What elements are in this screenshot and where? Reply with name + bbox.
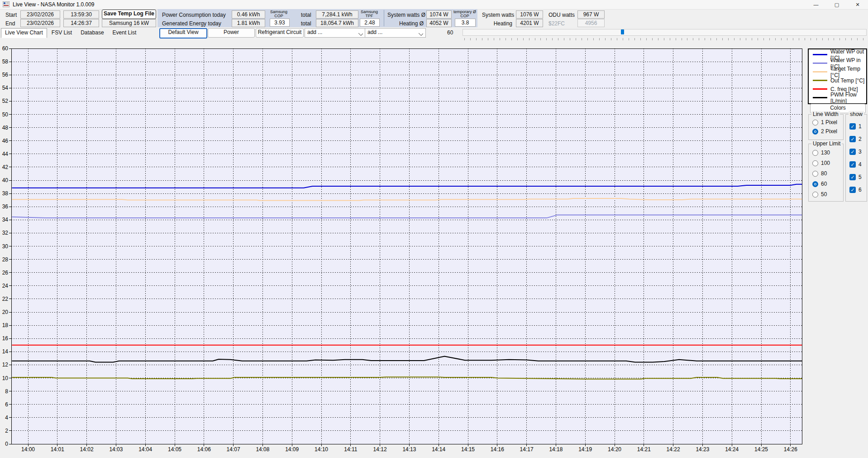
tab-database[interactable]: Database [76,28,108,38]
minimize-button[interactable]: — [806,0,826,9]
x-tick-label: 14:15 [461,446,475,453]
samsung-cop-header: Samsung COP [268,10,290,18]
checkbox-icon[interactable]: ✓ [849,123,856,130]
checkbox-icon[interactable]: ✓ [849,149,856,155]
y-tick-label: 48 [2,125,9,131]
save-temp-log-button[interactable]: Save Temp Log File [102,10,156,19]
power-button[interactable]: Power [208,28,255,38]
x-tick-label: 14:00 [21,446,35,453]
power-consumption-label: Power Consumption today [162,12,226,18]
legend-line-swatch [813,63,827,64]
start-time-field[interactable]: 13:59:30 [63,10,99,19]
y-tick-label: 36 [2,203,9,210]
y-tick-label: 28 [2,256,9,263]
y-tick-label: 56 [2,72,9,78]
radio-upper-limit-100[interactable]: 100 [812,160,830,166]
checkbox-icon[interactable]: ✓ [849,161,856,168]
radio-icon[interactable] [812,181,818,187]
y-tick-label: 4 [5,415,8,421]
radio-upper-limit-80[interactable]: 80 [812,170,827,177]
odu-watts-value: 967 W [577,10,605,19]
y-tick-label: 46 [2,138,9,144]
tab-event-list[interactable]: Event List [109,28,141,38]
add-series-combo-1[interactable]: add ... [305,28,366,38]
checkbox-show-3[interactable]: ✓3 [849,149,862,155]
y-tick-label: 52 [2,98,9,104]
generated-energy-value: 1.81 kWh [232,19,265,27]
x-tick-label: 14:21 [637,446,651,453]
series-out-temp-c [12,377,802,379]
checkbox-icon[interactable]: ✓ [849,136,856,142]
checkbox-show-6[interactable]: ✓6 [849,187,862,193]
radio-icon[interactable] [812,150,818,156]
titlebar: Live View - NASA Monitor 1.0.009 — ▢ ✕ [0,0,868,10]
end-label: End [5,20,15,27]
series-water-wp-out-c [12,184,802,188]
stats-panel-divider [384,10,384,26]
radio-icon[interactable] [812,129,818,135]
line-width-title: Line Width [811,111,840,117]
radio-label: 2 Pixel [821,128,837,135]
radio-icon[interactable] [812,171,818,177]
start-date-field[interactable]: 23/02/2026 [20,10,60,19]
x-tick-label: 14:16 [491,446,504,453]
radio-label: 130 [821,149,830,156]
checkbox-show-4[interactable]: ✓4 [849,161,862,168]
radio-icon[interactable] [812,192,818,198]
y-tick-label: 54 [2,85,9,91]
radio-line-width-1-pixel[interactable]: 1 Pixel [812,119,837,125]
add-series-combo-2[interactable]: add ... [365,28,426,38]
legend-line-swatch [813,54,827,55]
x-tick-label: 14:18 [549,446,563,453]
x-tick-label: 14:22 [667,446,680,453]
end-time-field[interactable]: 14:26:37 [63,19,99,27]
end-date-field[interactable]: 23/02/2026 [20,19,60,27]
chevron-down-icon [419,31,423,36]
radio-upper-limit-130[interactable]: 130 [812,149,830,156]
legend-entry-target-temp-c: Target Temp [°C] [809,67,866,76]
checkbox-icon[interactable]: ✓ [849,187,856,193]
radio-icon[interactable] [812,120,818,125]
legend-line-swatch [813,97,827,98]
close-button[interactable]: ✕ [847,0,868,9]
refrigerant-circuit-button[interactable]: Refrigerant Circuit [256,28,304,38]
temporary-cop-header: temporary Ø COP [453,10,476,18]
slider-value-label: 60 [447,29,453,36]
radio-upper-limit-50[interactable]: 50 [812,191,827,198]
checkbox-show-1[interactable]: ✓1 [849,123,862,130]
x-tick-label: 14:07 [227,446,240,453]
slider-tick-marks [464,38,866,40]
slider-thumb[interactable] [621,29,624,34]
checkbox-show-2[interactable]: ✓2 [849,136,862,142]
radio-upper-limit-60[interactable]: 60 [812,181,827,187]
maximize-button[interactable]: ▢ [826,0,847,9]
x-tick-label: 14:04 [138,446,152,453]
series-pwm-flow-l-min [12,357,802,362]
app-icon [3,1,10,7]
total-generated-value: 18,054.7 kWh [316,19,358,27]
x-tick-label: 14:09 [285,446,299,453]
y-tick-label: 14 [2,348,9,355]
time-range-slider[interactable] [463,29,867,36]
y-tick-label: 6 [5,401,8,408]
tab-live-view-chart[interactable]: Live View Chart [1,28,47,38]
legend-line-swatch [813,71,827,72]
tab-fsv-list[interactable]: FSV List [48,28,76,38]
radio-line-width-2-pixel[interactable]: 2 Pixel [812,128,837,135]
checkbox-icon[interactable]: ✓ [849,174,856,180]
series-water-wp-in-c [12,215,802,218]
checkbox-label: 1 [858,123,862,130]
checkbox-label: 3 [858,149,862,155]
generated-energy-label: Generated Energy today [162,20,221,27]
legend-line-swatch [813,88,827,90]
default-view-button[interactable]: Default View [159,28,207,39]
x-tick-label: 14:20 [608,446,621,453]
system-watts-avg-label: System watts Ø [387,12,424,18]
checkbox-show-5[interactable]: ✓5 [849,174,862,180]
x-tick-label: 14:14 [432,446,445,453]
radio-icon[interactable] [812,160,818,166]
legend-label: Target Temp [°C] [830,66,866,78]
x-tick-label: 14:01 [51,446,64,453]
samsung-cop-value: 3.93 [270,19,290,27]
heating-avg-label: Heating Ø [387,20,424,27]
